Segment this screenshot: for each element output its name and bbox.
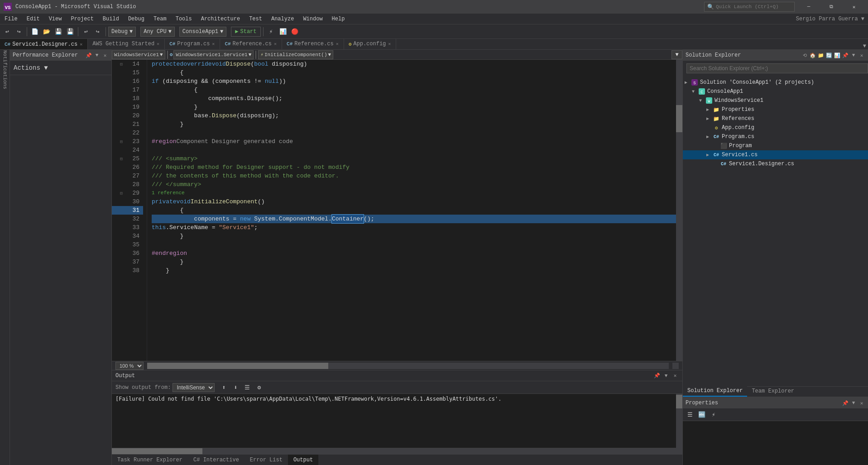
tab-reference2[interactable]: C# Reference.cs ✕: [282, 39, 344, 49]
prop-close-btn[interactable]: ✕: [858, 399, 865, 407]
menu-test[interactable]: Test: [245, 14, 267, 24]
tab-csharp-interactive[interactable]: C# Interactive: [188, 455, 245, 465]
prop-alpha-btn[interactable]: 🔤: [696, 409, 707, 420]
menu-window[interactable]: Window: [298, 14, 327, 24]
output-vscrollbar[interactable]: [676, 394, 682, 448]
toolbar-save[interactable]: 💾: [53, 26, 64, 37]
perf-pin-btn[interactable]: 📌: [85, 52, 92, 59]
tree-properties[interactable]: ▶ 📁 Properties: [683, 105, 868, 114]
tab-appconfig[interactable]: ⚙ App.config ✕: [344, 39, 397, 49]
nav-class-dropdown[interactable]: WindowsService1 ▼: [112, 50, 165, 59]
toolbar-back[interactable]: ↩: [2, 26, 13, 37]
prop-events-btn[interactable]: ⚡: [708, 409, 719, 420]
fold-23[interactable]: ⊞: [118, 137, 125, 146]
menu-tools[interactable]: Tools: [171, 14, 197, 24]
tab-output[interactable]: Output: [288, 455, 318, 465]
menu-team[interactable]: Team: [149, 14, 171, 24]
menu-debug[interactable]: Debug: [124, 14, 149, 24]
toolbar-forward[interactable]: ↪: [14, 26, 24, 37]
tab-program[interactable]: C# Program.cs ✕: [165, 39, 220, 49]
menu-file[interactable]: File: [0, 14, 22, 24]
tree-references[interactable]: ▶ 📁 References: [683, 114, 868, 123]
fold-25[interactable]: ⊞: [118, 154, 125, 163]
tab-aws[interactable]: AWS Getting Started ✕: [88, 39, 165, 49]
quick-launch[interactable]: 🔍 Quick Launch (Ctrl+Q): [704, 2, 795, 12]
menu-view[interactable]: View: [44, 14, 67, 24]
se-tab-solution[interactable]: Solution Explorer: [683, 386, 747, 397]
output-close-btn[interactable]: ✕: [671, 372, 679, 379]
se-tab-team[interactable]: Team Explorer: [747, 386, 799, 397]
se-btn5[interactable]: 📊: [834, 52, 841, 59]
editor-hscrollbar[interactable]: [147, 363, 669, 369]
se-btn2[interactable]: 🏠: [809, 52, 816, 59]
tab-service1-designer[interactable]: C# Service1.Designer.cs ✕: [0, 39, 88, 49]
start-button[interactable]: ▶ Start: [231, 27, 260, 37]
tree-program-class[interactable]: ▶ ⬛ Program: [683, 141, 868, 150]
editor-vscrollbar[interactable]: [676, 60, 682, 361]
output-source-select[interactable]: IntelliSense Build Debug: [173, 383, 215, 392]
close-button[interactable]: ✕: [844, 0, 864, 14]
editor-vscrollbar-thumb[interactable]: [676, 105, 682, 132]
output-pin-btn[interactable]: 📌: [653, 372, 661, 379]
notifications-label[interactable]: Notifications: [1, 52, 9, 88]
tree-solution[interactable]: ▶ S Solution 'ConsoleApp1' (2 projects): [683, 78, 868, 87]
menu-help[interactable]: Help: [327, 14, 350, 24]
se-btn3[interactable]: 📁: [817, 52, 825, 59]
tree-service1cs[interactable]: ▶ C# Service1.cs: [683, 150, 868, 159]
tab-error-list[interactable]: Error List: [245, 455, 288, 465]
tab-close-btn[interactable]: ✕: [156, 41, 160, 47]
output-btn4[interactable]: ⚙: [254, 382, 264, 393]
perf-close-btn[interactable]: ✕: [101, 52, 109, 59]
se-dropdown-btn[interactable]: ▼: [850, 52, 857, 59]
menu-analyze[interactable]: Analyze: [267, 14, 298, 24]
project-dropdown[interactable]: ConsoleApp1 ▼: [179, 27, 226, 37]
zoom-select[interactable]: 100 % 75 % 50 % 150 %: [115, 362, 144, 370]
tree-service1designer[interactable]: ▶ C# Service1.Designer.cs: [683, 159, 868, 168]
menu-edit[interactable]: Edit: [22, 14, 44, 24]
prop-dropdown-btn[interactable]: ▼: [850, 399, 857, 407]
tab-reference1[interactable]: C# Reference.cs ✕: [220, 39, 282, 49]
nav-member-dropdown[interactable]: WindowsService1.Service1 ▼: [173, 50, 254, 59]
output-hscrollbar[interactable]: [112, 448, 682, 454]
tab-close-btn[interactable]: ✕: [388, 41, 391, 47]
se-btn1[interactable]: ⟲: [801, 52, 808, 59]
tree-consoleapp1[interactable]: ▼ C ConsoleApp1: [683, 87, 868, 96]
toolbar-perf[interactable]: 📊: [278, 26, 288, 37]
fold-14[interactable]: ⊞: [118, 60, 125, 68]
editor-hscrollbar-thumb[interactable]: [147, 363, 328, 369]
prop-cat-btn[interactable]: ☰: [685, 409, 695, 420]
menu-architecture[interactable]: Architecture: [197, 14, 245, 24]
tab-task-runner[interactable]: Task Runner Explorer: [112, 455, 188, 465]
tree-programcs[interactable]: ▶ C# Program.cs: [683, 132, 868, 141]
toolbar-open[interactable]: 📂: [41, 26, 52, 37]
toolbar-undo[interactable]: ↩: [81, 26, 91, 37]
fold-29[interactable]: ⊞: [118, 189, 125, 197]
output-hscrollbar-thumb[interactable]: [112, 448, 202, 455]
tree-windowsservice1[interactable]: ▼ W WindowsService1: [683, 96, 868, 105]
code-content[interactable]: protected override void Dispose(bool dis…: [147, 60, 676, 361]
output-btn3[interactable]: ☰: [242, 382, 253, 393]
menu-project[interactable]: Project: [66, 14, 98, 24]
nav-method-dropdown[interactable]: ⚡ InitializeComponent() ▼: [258, 50, 333, 59]
nav-expand-btn[interactable]: ▼: [671, 50, 682, 59]
restore-button[interactable]: ⧉: [821, 0, 842, 14]
se-pin-btn[interactable]: 📌: [842, 52, 849, 59]
debug-mode-dropdown[interactable]: Debug ▼: [108, 27, 136, 37]
minimize-button[interactable]: ─: [798, 0, 819, 14]
output-dropdown-btn[interactable]: ▼: [662, 372, 670, 379]
toolbar-breakpoints[interactable]: 🔴: [289, 26, 300, 37]
perf-dropdown-btn[interactable]: ▼: [93, 52, 101, 59]
toolbar-redo[interactable]: ↪: [92, 26, 103, 37]
actions-button[interactable]: Actions ▼: [14, 64, 48, 72]
tab-close-btn[interactable]: ✕: [336, 41, 339, 47]
toolbar-attach[interactable]: ⚡: [266, 26, 277, 37]
se-close-btn[interactable]: ✕: [858, 52, 865, 59]
toolbar-new[interactable]: 📄: [29, 26, 40, 37]
toolbar-save-all[interactable]: 💾: [65, 26, 76, 37]
output-btn2[interactable]: ⬇: [230, 382, 241, 393]
tab-scroll-btn[interactable]: ▼: [861, 43, 868, 49]
output-vscrollbar-thumb[interactable]: [676, 395, 682, 408]
tab-close-btn[interactable]: ✕: [273, 41, 277, 47]
se-btn4[interactable]: 🔄: [825, 52, 833, 59]
se-search-input[interactable]: [686, 63, 868, 73]
